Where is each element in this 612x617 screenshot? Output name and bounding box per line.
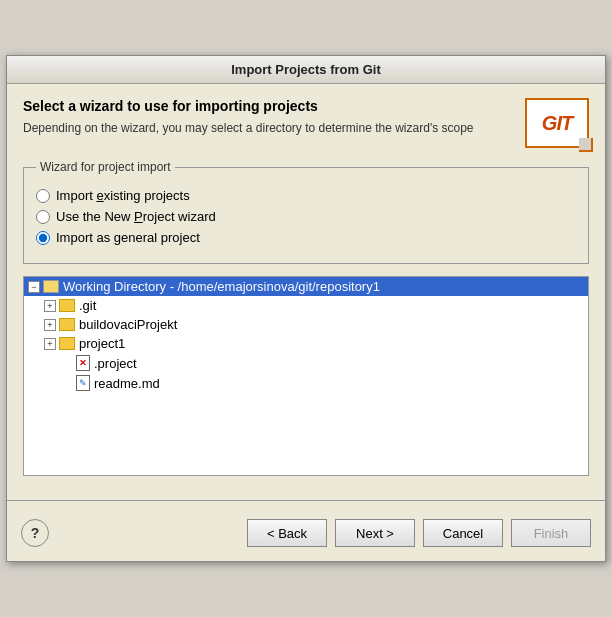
- git-logo: GIT: [525, 98, 589, 148]
- tree-label-git: .git: [79, 298, 96, 313]
- expand-git[interactable]: +: [44, 300, 56, 312]
- tree-label-project1: project1: [79, 336, 125, 351]
- tree-row-git[interactable]: + .git: [24, 296, 588, 315]
- radio-item-1[interactable]: Import existing projects: [36, 188, 576, 203]
- dialog-content: Select a wizard to use for importing pro…: [7, 84, 605, 486]
- tree-row-readme[interactable]: ✎ readme.md: [24, 373, 588, 393]
- radio-existing-label: Import existing projects: [56, 188, 190, 203]
- folder-icon-git: [59, 299, 75, 312]
- dialog-title: Import Projects from Git: [7, 56, 605, 84]
- tree-row-dotproject[interactable]: ✕ .project: [24, 353, 588, 373]
- cancel-button[interactable]: Cancel: [423, 519, 503, 547]
- next-button[interactable]: Next >: [335, 519, 415, 547]
- folder-open-icon: [43, 280, 59, 293]
- radio-new-project-label: Use the New Project wizard: [56, 209, 216, 224]
- heading: Select a wizard to use for importing pro…: [23, 98, 474, 114]
- separator: [7, 500, 605, 501]
- radio-general-label: Import as general project: [56, 230, 200, 245]
- file-doc-icon: ✎: [76, 375, 90, 391]
- radio-item-3[interactable]: Import as general project: [36, 230, 576, 245]
- file-x-icon: ✕: [76, 355, 90, 371]
- expand-working-dir[interactable]: −: [28, 281, 40, 293]
- expand-buildovaci[interactable]: +: [44, 319, 56, 331]
- header-section: Select a wizard to use for importing pro…: [23, 98, 589, 148]
- radio-general[interactable]: [36, 231, 50, 245]
- tree-row-project1[interactable]: + project1: [24, 334, 588, 353]
- button-bar: ? < Back Next > Cancel Finish: [7, 511, 605, 561]
- description: Depending on the wizard, you may select …: [23, 120, 474, 137]
- tree-label-readme: readme.md: [94, 376, 160, 391]
- tree-row-working-dir[interactable]: − Working Directory - /home/emajorsinova…: [24, 277, 588, 296]
- folder-icon-buildovaci: [59, 318, 75, 331]
- radio-existing[interactable]: [36, 189, 50, 203]
- radio-item-2[interactable]: Use the New Project wizard: [36, 209, 576, 224]
- expand-project1[interactable]: +: [44, 338, 56, 350]
- import-dialog: Import Projects from Git Select a wizard…: [6, 55, 606, 562]
- tree-label-working-dir: Working Directory - /home/emajorsinova/g…: [63, 279, 380, 294]
- tree-label-buildovaci: buildovaciProjekt: [79, 317, 177, 332]
- header-text: Select a wizard to use for importing pro…: [23, 98, 474, 137]
- help-button[interactable]: ?: [21, 519, 49, 547]
- back-button[interactable]: < Back: [247, 519, 327, 547]
- finish-button[interactable]: Finish: [511, 519, 591, 547]
- file-tree[interactable]: − Working Directory - /home/emajorsinova…: [23, 276, 589, 476]
- git-logo-text: GIT: [542, 112, 572, 135]
- wizard-group-legend: Wizard for project import: [36, 160, 175, 174]
- wizard-group: Wizard for project import Import existin…: [23, 160, 589, 264]
- radio-new-project[interactable]: [36, 210, 50, 224]
- tree-label-dotproject: .project: [94, 356, 137, 371]
- tree-row-buildovaci[interactable]: + buildovaciProjekt: [24, 315, 588, 334]
- folder-icon-project1: [59, 337, 75, 350]
